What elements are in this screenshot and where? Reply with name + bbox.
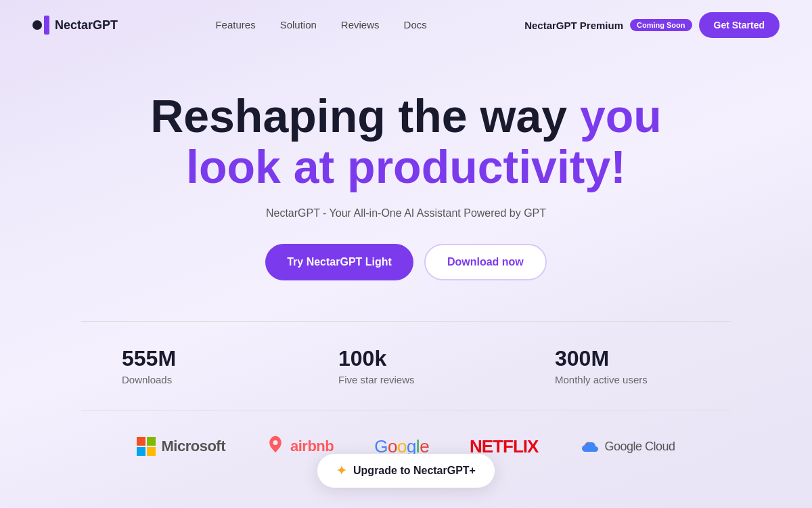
upgrade-banner[interactable]: ✦ Upgrade to NectarGPT+: [317, 454, 495, 488]
stat-users-label: Monthly active users: [555, 374, 731, 385]
stat-users-number: 300M: [555, 346, 731, 371]
hero-title-line1: Reshaping the way: [150, 90, 567, 142]
stat-reviews-number: 100k: [338, 346, 514, 371]
google-cloud-logo: Google Cloud: [579, 439, 675, 454]
microsoft-text: Microsoft: [161, 438, 225, 455]
nav-reviews[interactable]: Reviews: [341, 19, 380, 30]
hero-title-line2: look at productivity!: [186, 141, 626, 192]
stat-reviews-label: Five star reviews: [338, 374, 514, 385]
hero-title-highlight: you: [580, 90, 662, 142]
airbnb-text: airbnb: [290, 438, 334, 455]
upgrade-star-icon: ✦: [336, 463, 346, 478]
try-light-button[interactable]: Try NectarGPT Light: [265, 244, 413, 280]
stat-reviews: 100k Five star reviews: [298, 346, 514, 385]
microsoft-icon: [137, 437, 156, 456]
nav-premium-area: NectarGPT Premium Coming Soon Get Starte…: [524, 12, 780, 38]
hero-title: Reshaping the way you look at productivi…: [14, 91, 798, 192]
get-started-button[interactable]: Get Started: [699, 12, 780, 38]
logo-circle: [32, 20, 42, 30]
upgrade-label: Upgrade to NectarGPT+: [353, 465, 476, 477]
stats-section: 555M Downloads 100k Five star reviews 30…: [81, 322, 731, 410]
google-cloud-icon: [579, 439, 599, 454]
stat-users: 300M Monthly active users: [514, 346, 731, 385]
stat-downloads-number: 555M: [122, 346, 298, 371]
nav-features[interactable]: Features: [215, 19, 255, 30]
hero-section: Reshaping the way you look at productivi…: [0, 50, 812, 280]
hero-subtitle: NectarGPT - Your All-in-One AI Assistant…: [14, 207, 798, 219]
navbar: NectarGPT Features Solution Reviews Docs…: [0, 0, 812, 50]
logo-text: NectarGPT: [55, 18, 118, 33]
airbnb-logo: airbnb: [266, 435, 334, 459]
coming-soon-badge: Coming Soon: [630, 19, 692, 31]
logo-rect: [44, 16, 49, 35]
nav-solution[interactable]: Solution: [280, 19, 317, 30]
stat-downloads-label: Downloads: [122, 374, 298, 385]
microsoft-logo: Microsoft: [137, 437, 225, 456]
logo-icon: [32, 16, 49, 35]
cta-buttons: Try NectarGPT Light Download now: [14, 244, 798, 280]
nav-docs[interactable]: Docs: [404, 19, 427, 30]
stat-downloads: 555M Downloads: [81, 346, 298, 385]
airbnb-icon: [266, 435, 285, 459]
nav-links: Features Solution Reviews Docs: [215, 19, 426, 31]
google-cloud-text: Google Cloud: [604, 440, 675, 454]
nav-premium-label: NectarGPT Premium: [524, 20, 623, 31]
logo[interactable]: NectarGPT: [32, 16, 118, 35]
download-now-button[interactable]: Download now: [424, 244, 547, 280]
